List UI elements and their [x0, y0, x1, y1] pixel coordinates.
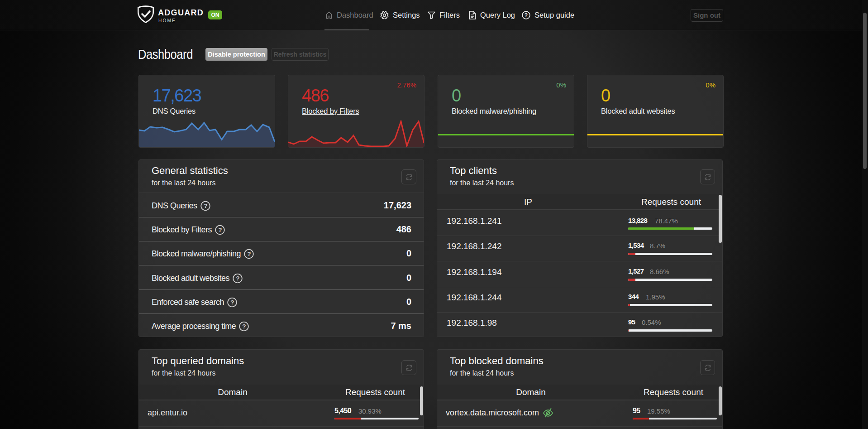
svg-text:?: ? — [242, 323, 246, 330]
svg-text:?: ? — [247, 251, 251, 257]
svg-text:?: ? — [525, 12, 528, 19]
svg-text:?: ? — [230, 299, 234, 306]
svg-text:?: ? — [204, 202, 207, 209]
svg-text:?: ? — [218, 227, 222, 233]
svg-text:?: ? — [236, 275, 239, 282]
